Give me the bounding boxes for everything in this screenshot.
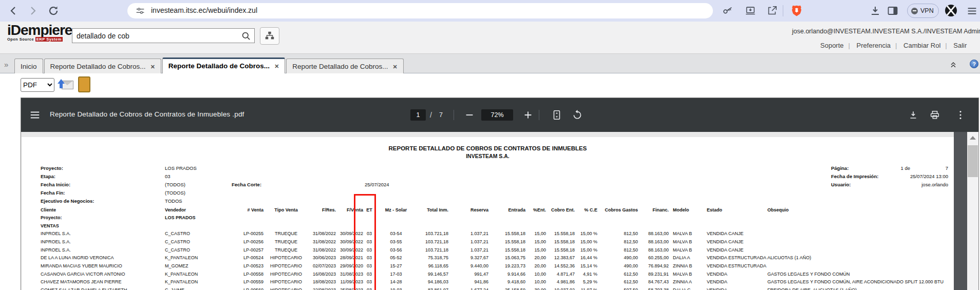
info-row: Página:1 de7: [22, 165, 954, 172]
back-icon[interactable]: [7, 5, 20, 17]
menu-preferencia[interactable]: Preferencia: [857, 42, 891, 49]
search-icon[interactable]: [241, 31, 252, 42]
cell: 89.231,91: [638, 270, 669, 278]
document-subtitle: INVESTEAM S.A.: [22, 153, 954, 159]
tab-reporte-2-active[interactable]: Reporte Detallado de Cobros...: [162, 57, 286, 73]
pdf-download-icon[interactable]: [908, 109, 919, 121]
column-header: Estado: [701, 206, 761, 214]
report-format-select[interactable]: PDF: [21, 78, 54, 92]
cell: VENDIDA: [701, 278, 761, 286]
scrollbar-thumb[interactable]: [968, 145, 978, 177]
cell: 31/08/2022: [309, 238, 336, 246]
scroll-up-icon[interactable]: [967, 132, 978, 143]
forward-icon[interactable]: [27, 5, 39, 17]
cell: C_JAIME: [165, 286, 237, 290]
cell: 17-03: [375, 270, 417, 278]
cell: 1.037,21: [448, 229, 488, 238]
zoom-in-icon[interactable]: [522, 109, 534, 121]
collapse-header-icon[interactable]: [949, 61, 957, 69]
cell: 96.118,65: [417, 262, 448, 270]
close-icon[interactable]: [150, 64, 155, 70]
column-header: F/Res.: [309, 206, 336, 214]
download-icon[interactable]: [869, 5, 881, 17]
cell: 16,44 %: [575, 254, 597, 262]
page-number-input[interactable]: 1: [410, 109, 426, 121]
info-value: (TODOS): [165, 190, 185, 196]
zoom-out-icon[interactable]: [464, 109, 475, 121]
send-mail-icon[interactable]: [58, 79, 73, 91]
reload-icon[interactable]: [47, 5, 60, 17]
cell: 941,86: [448, 278, 488, 286]
print-icon[interactable]: [929, 109, 940, 121]
help-icon[interactable]: [970, 60, 978, 68]
cell: 03-56: [375, 246, 417, 254]
info-label: Fecha Fin:: [41, 190, 65, 196]
cell: HIPOTECARIO: [263, 270, 309, 278]
cell: 05-52: [375, 254, 417, 262]
cell: 30,00: [525, 286, 546, 290]
cell: 490,00: [597, 262, 638, 270]
menu-salir[interactable]: Salir: [953, 42, 967, 49]
pdf-title: Reporte Detallado de Cobros de Contratos…: [50, 110, 244, 118]
search-input[interactable]: [72, 29, 241, 43]
column-header: Modelo: [669, 206, 701, 214]
menu-tree-button[interactable]: [260, 27, 279, 45]
vpn-button[interactable]: VPN: [907, 4, 939, 18]
close-icon[interactable]: [274, 63, 279, 69]
cell: 10,00: [525, 270, 546, 278]
scrollbar[interactable]: [967, 132, 978, 290]
cell: LP-00560: [237, 286, 263, 290]
cell: 15.558,18: [488, 238, 525, 246]
cell: K_PANTALEON: [165, 270, 237, 278]
table-row: DE LA A LUNA INGRID VERONICAK_PANTALEONL…: [41, 254, 951, 262]
more-options-icon[interactable]: [955, 109, 966, 121]
pdf-menu-icon[interactable]: [29, 109, 41, 121]
cell: 103.721,18: [417, 229, 448, 238]
red-highlight-rect: [354, 194, 376, 290]
sidebar-icon[interactable]: [887, 5, 899, 17]
archive-icon[interactable]: [78, 76, 90, 92]
cell: 03-55: [375, 238, 417, 246]
brave-shield-icon[interactable]: [790, 4, 802, 16]
browser-menu-icon[interactable]: [967, 6, 979, 18]
cell: 15,00: [525, 246, 546, 254]
cell: 10,00: [525, 278, 546, 286]
tab-reporte-1[interactable]: Reporte Detallado de Cobros...: [44, 59, 161, 73]
cell: C_CASTRO: [165, 238, 237, 246]
tune-icon[interactable]: [136, 6, 145, 15]
close-icon[interactable]: [392, 64, 397, 70]
cell: 1.037,21: [448, 238, 488, 246]
tabs-overflow-icon[interactable]: [4, 60, 8, 69]
menu-cambiar-rol[interactable]: Cambiar Rol: [903, 42, 940, 49]
table-row: MIRANDA MACIAS YUBER MAURICIOM_GOMEZLP-0…: [41, 262, 951, 270]
cell: DALIA A: [669, 254, 701, 262]
url-bar[interactable]: investeam.itsc.ec/webui/index.zul: [127, 3, 713, 18]
url-text[interactable]: investeam.itsc.ec/webui/index.zul: [151, 6, 257, 14]
cell: 15.558,18: [488, 246, 525, 254]
extension-icon[interactable]: [945, 5, 957, 16]
cell: K_PANTALEON: [165, 278, 237, 286]
cell: 14.552,36: [546, 262, 575, 270]
rotate-icon[interactable]: [572, 109, 583, 121]
zoom-level[interactable]: 72%: [481, 109, 513, 121]
header-menu: Soporte Preferencia Cambiar Rol Salir: [816, 42, 971, 49]
menu-soporte[interactable]: Soporte: [820, 42, 844, 49]
cell: [761, 238, 951, 246]
fit-page-icon[interactable]: [551, 109, 562, 121]
key-icon[interactable]: [722, 5, 734, 17]
vpn-label: VPN: [920, 7, 934, 14]
cell: 812,50: [597, 238, 638, 246]
cell: 103.721,18: [417, 246, 448, 254]
share-icon[interactable]: [766, 5, 779, 17]
global-search[interactable]: [72, 28, 255, 43]
cell: INPROEL S.A.: [41, 229, 165, 238]
cell: 88.163,00: [638, 246, 669, 254]
tab-reporte-3[interactable]: Reporte Detallado de Cobros...: [286, 59, 403, 73]
cell: 15,00: [525, 238, 546, 246]
cell: 1.677,24: [448, 286, 488, 290]
cell: 88.163,00: [638, 229, 669, 238]
cell: HIPOTECARIO: [263, 254, 309, 262]
cell: 9.418,60: [488, 278, 525, 286]
laptop-download-icon[interactable]: [745, 5, 757, 17]
tab-inicio[interactable]: Inicio: [14, 59, 43, 73]
